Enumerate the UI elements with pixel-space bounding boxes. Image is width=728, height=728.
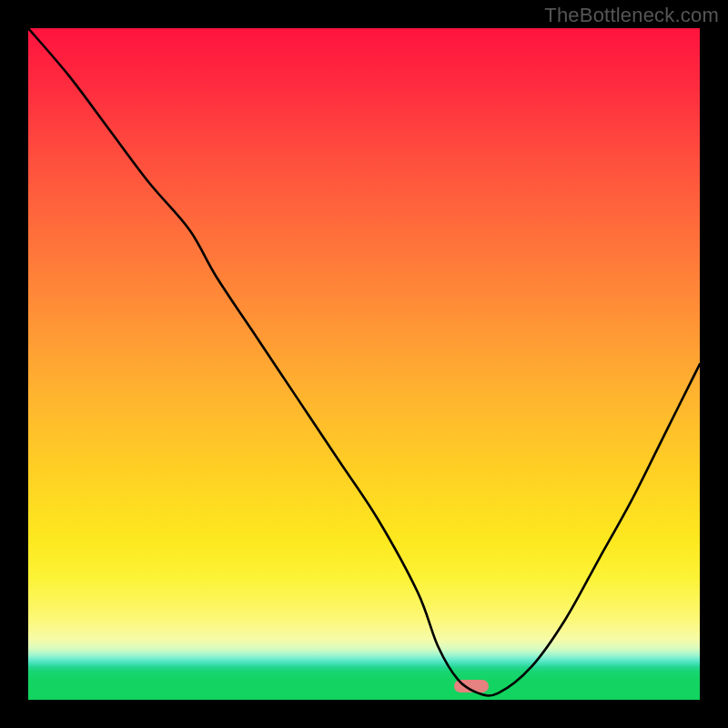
plot-area [28,28,700,700]
bottleneck-curve [28,28,700,700]
watermark-text: TheBottleneck.com [544,4,719,27]
chart-frame: TheBottleneck.com [0,0,728,728]
curve-path [28,28,700,695]
